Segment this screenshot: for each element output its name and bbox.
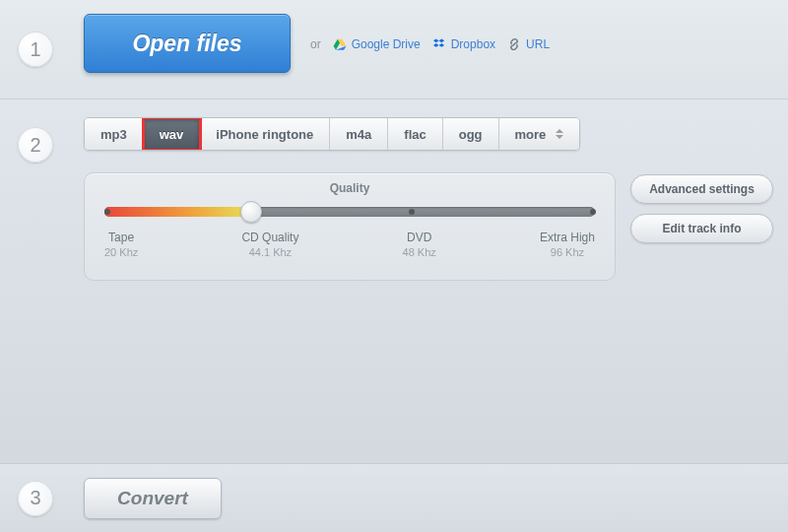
google-drive-link[interactable]: Google Drive: [333, 37, 421, 51]
q-label-sub: 96 Khz: [540, 246, 595, 258]
q-label-text: DVD: [407, 231, 431, 244]
q-label-text: Extra High: [540, 231, 595, 244]
quality-stop-3: [409, 209, 415, 215]
format-tab-m4a[interactable]: m4a: [330, 118, 388, 150]
quality-labels: Tape 20 Khz CD Quality 44.1 Khz DVD 48 K…: [104, 231, 595, 258]
quality-slider-track[interactable]: [104, 207, 595, 217]
side-buttons: Advanced settings Edit track info: [630, 174, 773, 243]
quality-stop-1: [104, 209, 110, 215]
quality-slider-fill: [104, 207, 251, 217]
chevron-updown-icon: [556, 129, 563, 139]
step-badge-3: 3: [18, 481, 53, 516]
q-label-text: CD Quality: [241, 231, 298, 244]
q-label-text: Tape: [108, 231, 134, 244]
cloud-sources-row: or Google Drive Dropbox URL: [310, 37, 550, 51]
step-badge-1: 1: [18, 32, 53, 67]
or-text: or: [310, 37, 321, 51]
step-1-section: 1 Open files or Google Drive Dropbox URL: [0, 0, 788, 99]
step-3-section: 3 Convert: [0, 463, 788, 532]
quality-label-dvd: DVD 48 Khz: [403, 231, 436, 258]
format-tab-flac[interactable]: flac: [388, 118, 442, 150]
quality-label-cd: CD Quality 44.1 Khz: [241, 231, 298, 258]
format-tab-ogg[interactable]: ogg: [443, 118, 499, 150]
dropbox-label: Dropbox: [451, 37, 495, 51]
edit-track-info-button[interactable]: Edit track info: [630, 214, 773, 243]
format-tab-wav[interactable]: wav: [144, 118, 201, 150]
format-tab-iphone[interactable]: iPhone ringtone: [200, 118, 330, 150]
step-2-section: 2 mp3 wav iPhone ringtone m4a flac ogg m…: [0, 99, 788, 463]
q-label-sub: 44.1 Khz: [241, 246, 298, 258]
quality-stop-4: [590, 209, 596, 215]
link-icon: [507, 37, 521, 51]
url-label: URL: [526, 37, 550, 51]
advanced-settings-button[interactable]: Advanced settings: [630, 174, 773, 204]
quality-label-extra: Extra High 96 Khz: [540, 231, 595, 258]
convert-button[interactable]: Convert: [84, 478, 222, 519]
url-link[interactable]: URL: [507, 37, 550, 51]
dropbox-link[interactable]: Dropbox: [432, 37, 495, 51]
format-tab-more[interactable]: more: [499, 118, 580, 150]
format-tabs: mp3 wav iPhone ringtone m4a flac ogg mor…: [84, 117, 580, 151]
google-drive-label: Google Drive: [352, 37, 421, 51]
q-label-sub: 20 Khz: [104, 246, 138, 258]
q-label-sub: 48 Khz: [403, 246, 436, 258]
open-files-button[interactable]: Open files: [84, 14, 291, 73]
dropbox-icon: [432, 37, 446, 51]
quality-panel: Quality Tape 20 Khz CD Quality 44.1 Khz …: [84, 172, 616, 281]
quality-title: Quality: [104, 181, 595, 195]
quality-slider-handle[interactable]: [240, 201, 262, 223]
format-more-label: more: [515, 127, 547, 142]
format-tab-mp3[interactable]: mp3: [85, 118, 144, 150]
google-drive-icon: [333, 37, 347, 51]
quality-label-tape: Tape 20 Khz: [104, 231, 138, 258]
step-badge-2: 2: [18, 127, 53, 163]
